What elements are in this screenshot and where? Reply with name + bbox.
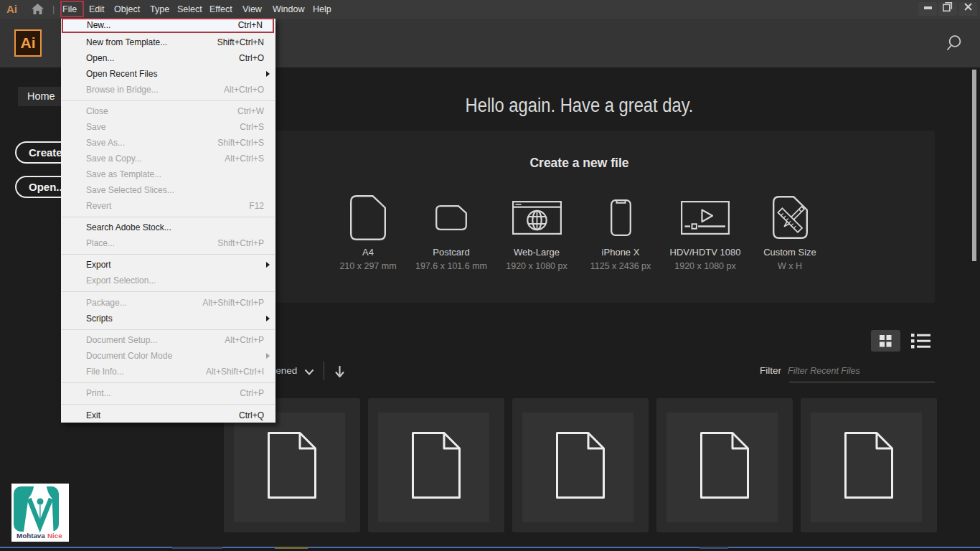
- svg-text:Nice: Nice: [47, 532, 62, 540]
- svg-text:Mohtava: Mohtava: [17, 532, 45, 540]
